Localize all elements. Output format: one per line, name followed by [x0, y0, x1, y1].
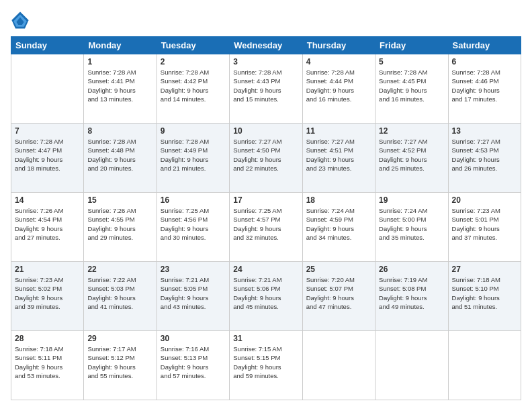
day-info: Sunrise: 7:21 AM Sunset: 5:06 PM Dayligh…	[233, 275, 298, 311]
day-info: Sunrise: 7:25 AM Sunset: 4:56 PM Dayligh…	[161, 206, 226, 242]
weekday-header-monday: Monday	[84, 37, 157, 54]
calendar-cell	[302, 331, 375, 400]
day-number: 4	[306, 57, 371, 66]
calendar-table: SundayMondayTuesdayWednesdayThursdayFrid…	[11, 36, 521, 400]
day-number: 11	[306, 126, 371, 136]
day-info: Sunrise: 7:19 AM Sunset: 5:08 PM Dayligh…	[379, 275, 444, 311]
day-number: 3	[233, 57, 298, 66]
day-info: Sunrise: 7:20 AM Sunset: 5:07 PM Dayligh…	[306, 275, 371, 311]
day-info: Sunrise: 7:28 AM Sunset: 4:49 PM Dayligh…	[161, 137, 226, 173]
calendar-cell: 7Sunrise: 7:28 AM Sunset: 4:47 PM Daylig…	[11, 124, 84, 193]
day-number: 17	[233, 195, 298, 205]
calendar-cell: 30Sunrise: 7:16 AM Sunset: 5:13 PM Dayli…	[157, 331, 229, 400]
weekday-header-tuesday: Tuesday	[157, 37, 229, 54]
day-number: 6	[452, 57, 517, 66]
calendar-cell: 29Sunrise: 7:17 AM Sunset: 5:12 PM Dayli…	[84, 331, 157, 400]
calendar-week-1: 1Sunrise: 7:28 AM Sunset: 4:41 PM Daylig…	[11, 54, 521, 124]
day-number: 7	[15, 126, 80, 136]
weekday-header-wednesday: Wednesday	[230, 37, 302, 54]
header	[11, 11, 521, 30]
day-info: Sunrise: 7:22 AM Sunset: 5:03 PM Dayligh…	[87, 275, 152, 311]
calendar-cell: 22Sunrise: 7:22 AM Sunset: 5:03 PM Dayli…	[84, 262, 157, 331]
calendar-cell: 9Sunrise: 7:28 AM Sunset: 4:49 PM Daylig…	[157, 124, 229, 193]
day-number: 5	[379, 57, 444, 66]
calendar-cell	[11, 54, 84, 124]
calendar-cell: 24Sunrise: 7:21 AM Sunset: 5:06 PM Dayli…	[230, 262, 302, 331]
day-number: 8	[87, 126, 152, 136]
calendar-cell: 1Sunrise: 7:28 AM Sunset: 4:41 PM Daylig…	[84, 54, 157, 124]
calendar-cell: 13Sunrise: 7:27 AM Sunset: 4:53 PM Dayli…	[448, 124, 521, 193]
calendar-week-3: 14Sunrise: 7:26 AM Sunset: 4:54 PM Dayli…	[11, 193, 521, 262]
weekday-header-sunday: Sunday	[11, 37, 84, 54]
calendar-cell: 18Sunrise: 7:24 AM Sunset: 4:59 PM Dayli…	[302, 193, 375, 262]
day-info: Sunrise: 7:28 AM Sunset: 4:44 PM Dayligh…	[306, 68, 371, 103]
calendar-cell: 14Sunrise: 7:26 AM Sunset: 4:54 PM Dayli…	[11, 193, 84, 262]
weekday-header-thursday: Thursday	[302, 37, 375, 54]
day-number: 26	[379, 265, 444, 274]
day-info: Sunrise: 7:28 AM Sunset: 4:48 PM Dayligh…	[87, 137, 152, 173]
logo-icon	[11, 11, 30, 30]
day-info: Sunrise: 7:28 AM Sunset: 4:42 PM Dayligh…	[161, 68, 226, 103]
weekday-header-saturday: Saturday	[448, 37, 521, 54]
day-number: 15	[87, 195, 152, 205]
calendar-cell: 4Sunrise: 7:28 AM Sunset: 4:44 PM Daylig…	[302, 54, 375, 124]
day-number: 2	[161, 57, 226, 66]
day-info: Sunrise: 7:28 AM Sunset: 4:47 PM Dayligh…	[15, 137, 80, 173]
calendar-week-4: 21Sunrise: 7:23 AM Sunset: 5:02 PM Dayli…	[11, 262, 521, 331]
day-info: Sunrise: 7:18 AM Sunset: 5:10 PM Dayligh…	[452, 275, 517, 311]
calendar-cell	[448, 331, 521, 400]
day-info: Sunrise: 7:18 AM Sunset: 5:11 PM Dayligh…	[15, 345, 80, 380]
calendar-header-row: SundayMondayTuesdayWednesdayThursdayFrid…	[11, 37, 521, 54]
day-info: Sunrise: 7:27 AM Sunset: 4:53 PM Dayligh…	[452, 137, 517, 173]
day-info: Sunrise: 7:16 AM Sunset: 5:13 PM Dayligh…	[161, 345, 226, 380]
logo	[11, 11, 32, 30]
day-info: Sunrise: 7:24 AM Sunset: 4:59 PM Dayligh…	[306, 206, 371, 242]
day-number: 18	[306, 195, 371, 205]
calendar-week-5: 28Sunrise: 7:18 AM Sunset: 5:11 PM Dayli…	[11, 331, 521, 400]
day-info: Sunrise: 7:24 AM Sunset: 5:00 PM Dayligh…	[379, 206, 444, 242]
day-number: 30	[161, 334, 226, 343]
calendar-cell: 31Sunrise: 7:15 AM Sunset: 5:15 PM Dayli…	[230, 331, 302, 400]
day-number: 9	[161, 126, 226, 136]
day-info: Sunrise: 7:27 AM Sunset: 4:50 PM Dayligh…	[233, 137, 298, 173]
day-number: 25	[306, 265, 371, 274]
day-number: 21	[15, 265, 80, 274]
calendar-cell: 16Sunrise: 7:25 AM Sunset: 4:56 PM Dayli…	[157, 193, 229, 262]
day-info: Sunrise: 7:27 AM Sunset: 4:51 PM Dayligh…	[306, 137, 371, 173]
calendar-cell: 28Sunrise: 7:18 AM Sunset: 5:11 PM Dayli…	[11, 331, 84, 400]
day-info: Sunrise: 7:28 AM Sunset: 4:43 PM Dayligh…	[233, 68, 298, 103]
calendar-cell: 19Sunrise: 7:24 AM Sunset: 5:00 PM Dayli…	[375, 193, 448, 262]
calendar-cell: 20Sunrise: 7:23 AM Sunset: 5:01 PM Dayli…	[448, 193, 521, 262]
calendar-cell: 15Sunrise: 7:26 AM Sunset: 4:55 PM Dayli…	[84, 193, 157, 262]
day-number: 24	[233, 265, 298, 274]
calendar-cell: 8Sunrise: 7:28 AM Sunset: 4:48 PM Daylig…	[84, 124, 157, 193]
page: SundayMondayTuesdayWednesdayThursdayFrid…	[0, 0, 532, 411]
day-number: 19	[379, 195, 444, 205]
calendar-cell: 6Sunrise: 7:28 AM Sunset: 4:46 PM Daylig…	[448, 54, 521, 124]
day-info: Sunrise: 7:26 AM Sunset: 4:54 PM Dayligh…	[15, 206, 80, 242]
calendar-cell: 3Sunrise: 7:28 AM Sunset: 4:43 PM Daylig…	[230, 54, 302, 124]
day-info: Sunrise: 7:23 AM Sunset: 5:01 PM Dayligh…	[452, 206, 517, 242]
day-number: 28	[15, 334, 80, 343]
day-number: 23	[161, 265, 226, 274]
day-info: Sunrise: 7:26 AM Sunset: 4:55 PM Dayligh…	[87, 206, 152, 242]
day-info: Sunrise: 7:23 AM Sunset: 5:02 PM Dayligh…	[15, 275, 80, 311]
day-number: 12	[379, 126, 444, 136]
day-number: 16	[161, 195, 226, 205]
calendar-cell: 5Sunrise: 7:28 AM Sunset: 4:45 PM Daylig…	[375, 54, 448, 124]
day-info: Sunrise: 7:25 AM Sunset: 4:57 PM Dayligh…	[233, 206, 298, 242]
day-number: 10	[233, 126, 298, 136]
day-info: Sunrise: 7:28 AM Sunset: 4:46 PM Dayligh…	[452, 68, 517, 103]
day-info: Sunrise: 7:28 AM Sunset: 4:45 PM Dayligh…	[379, 68, 444, 103]
calendar-cell: 23Sunrise: 7:21 AM Sunset: 5:05 PM Dayli…	[157, 262, 229, 331]
calendar-cell: 12Sunrise: 7:27 AM Sunset: 4:52 PM Dayli…	[375, 124, 448, 193]
calendar-cell: 11Sunrise: 7:27 AM Sunset: 4:51 PM Dayli…	[302, 124, 375, 193]
calendar-cell	[375, 331, 448, 400]
calendar-cell: 26Sunrise: 7:19 AM Sunset: 5:08 PM Dayli…	[375, 262, 448, 331]
day-number: 22	[87, 265, 152, 274]
day-info: Sunrise: 7:17 AM Sunset: 5:12 PM Dayligh…	[87, 345, 152, 380]
day-number: 27	[452, 265, 517, 274]
weekday-header-friday: Friday	[375, 37, 448, 54]
calendar-cell: 17Sunrise: 7:25 AM Sunset: 4:57 PM Dayli…	[230, 193, 302, 262]
calendar-cell: 21Sunrise: 7:23 AM Sunset: 5:02 PM Dayli…	[11, 262, 84, 331]
